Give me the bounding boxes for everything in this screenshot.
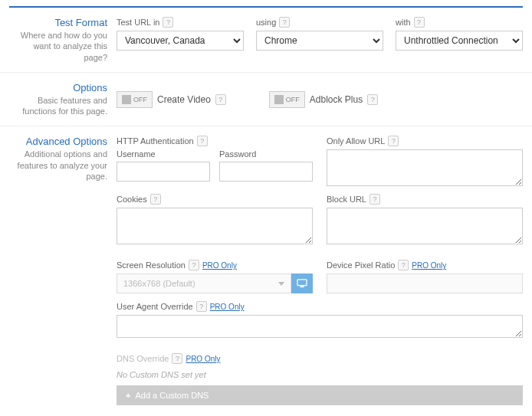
help-icon[interactable]: ?	[279, 17, 290, 28]
cookies-input[interactable]	[117, 208, 313, 244]
pro-link[interactable]: PRO Only	[210, 303, 245, 311]
screen-res-select: 1366x768 (Default)	[117, 274, 291, 293]
password-label: Password	[219, 149, 313, 159]
svg-rect-1	[300, 287, 304, 288]
svg-rect-0	[297, 280, 307, 286]
advanced-title: Advanced Options	[9, 136, 107, 147]
help-icon[interactable]: ?	[398, 260, 409, 270]
dns-empty-msg: No Custom DNS set yet	[117, 370, 523, 379]
adblock-label: Adblock Plus	[310, 94, 363, 105]
dpr-label: Device Pixel Ratio	[327, 260, 395, 270]
options-desc: Basic features and functions for this pa…	[9, 95, 107, 117]
only-allow-label: Only Allow URL	[327, 136, 385, 146]
only-allow-input[interactable]	[327, 149, 523, 186]
test-format-desc: Where and how do you want to analyze thi…	[9, 30, 107, 63]
help-icon[interactable]: ?	[388, 136, 399, 146]
options-section: Options Basic features and functions for…	[0, 73, 532, 127]
adblock-toggle[interactable]: OFF	[269, 91, 305, 108]
connection-select[interactable]: Unthrottled Connection	[396, 31, 523, 51]
help-icon[interactable]: ?	[215, 94, 226, 105]
help-icon[interactable]: ?	[367, 94, 378, 105]
password-input[interactable]	[219, 162, 313, 182]
create-video-toggle[interactable]: OFF	[117, 91, 153, 108]
screen-res-label: Screen Resolution	[117, 260, 186, 270]
pro-link[interactable]: PRO Only	[186, 355, 220, 363]
chevron-down-icon	[278, 282, 284, 286]
test-url-label: Test URL in	[117, 18, 159, 27]
dns-label: DNS Override	[117, 354, 169, 363]
options-title: Options	[9, 82, 107, 93]
help-icon[interactable]: ?	[150, 194, 161, 205]
advanced-desc: Additional options and features to analy…	[9, 149, 107, 182]
browser-select[interactable]: Chrome	[256, 31, 383, 51]
screen-res-button[interactable]	[291, 274, 313, 293]
test-format-title: Test Format	[9, 17, 107, 28]
cookies-label: Cookies	[117, 195, 147, 204]
monitor-icon	[297, 279, 307, 288]
http-auth-label: HTTP Authentication	[117, 136, 194, 146]
help-icon[interactable]: ?	[197, 136, 208, 146]
dpr-input	[327, 274, 523, 293]
pro-link[interactable]: PRO Only	[202, 261, 237, 270]
username-label: Username	[117, 149, 210, 159]
uao-label: User Agent Override	[117, 302, 193, 311]
username-input[interactable]	[117, 162, 210, 182]
plus-icon: +	[126, 391, 130, 400]
help-icon[interactable]: ?	[414, 17, 425, 28]
block-url-label: Block URL	[327, 195, 366, 204]
add-dns-button[interactable]: + Add a Custom DNS	[117, 385, 523, 405]
uao-input[interactable]	[117, 315, 523, 338]
test-format-section: Test Format Where and how do you want to…	[0, 8, 532, 73]
create-video-label: Create Video	[157, 94, 211, 105]
help-icon[interactable]: ?	[196, 301, 207, 312]
pro-link[interactable]: PRO Only	[412, 261, 446, 270]
with-label: with	[396, 18, 411, 27]
block-url-input[interactable]	[327, 208, 523, 244]
advanced-section: Advanced Options Additional options and …	[0, 126, 532, 414]
help-icon[interactable]: ?	[163, 17, 173, 28]
using-label: using	[256, 18, 276, 27]
help-icon[interactable]: ?	[172, 353, 182, 364]
help-icon[interactable]: ?	[369, 194, 380, 205]
location-select[interactable]: Vancouver, Canada	[117, 31, 244, 51]
help-icon[interactable]: ?	[189, 260, 199, 270]
